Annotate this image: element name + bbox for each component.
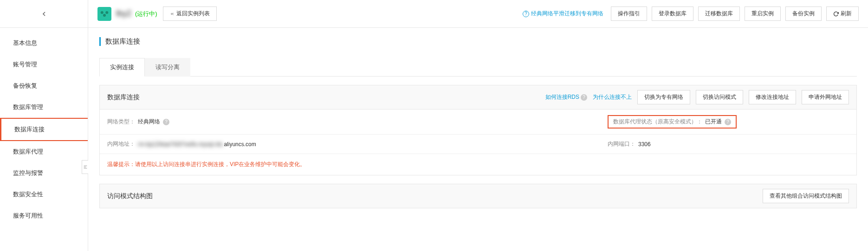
access-mode-title: 访问模式结构图: [107, 192, 153, 200]
how-to-connect-link[interactable]: 如何连接RDS ?: [545, 93, 587, 101]
guide-button[interactable]: 操作指引: [611, 6, 647, 21]
page-title: 数据库连接: [99, 37, 857, 46]
proxy-status-field: 数据库代理状态（原高安全模式）： 已开通 ?: [608, 115, 849, 129]
apply-public-button[interactable]: 申请外网地址: [802, 90, 849, 104]
sidebar-item-security[interactable]: 数据安全性: [0, 184, 88, 205]
intranet-addr-field: 内网地址： rm-bp12hkae7k0t7vw9s.mysql.rds.ali…: [107, 140, 608, 148]
sidebar-item-db-proxy[interactable]: 数据库代理: [0, 141, 88, 162]
access-mode-panel-header: 访问模式结构图 查看其他组合访问模式结构图: [100, 184, 856, 208]
switch-vpc-button[interactable]: 切换为专有网络: [637, 90, 690, 104]
switch-mode-button[interactable]: 切换访问模式: [696, 90, 743, 104]
back-arrow[interactable]: [0, 0, 88, 28]
refresh-button[interactable]: 刷新: [826, 6, 859, 21]
view-other-diagrams-button[interactable]: 查看其他组合访问模式结构图: [763, 189, 849, 203]
intranet-port-field: 内网端口： 3306: [608, 140, 849, 148]
modify-address-button[interactable]: 修改连接地址: [749, 90, 796, 104]
network-type-field: 网络类型： 经典网络 ?: [107, 115, 608, 129]
sidebar-item-monitoring[interactable]: 监控与报警: [0, 162, 88, 184]
sidebar-item-db-manage[interactable]: 数据库管理: [0, 97, 88, 118]
sidebar-item-account[interactable]: 账号管理: [0, 54, 88, 75]
intranet-addr-label: 内网地址：: [107, 140, 135, 148]
intranet-addr-row: 内网地址： rm-bp12hkae7k0t7vw9s.mysql.rds.ali…: [100, 135, 856, 154]
sidebar-item-db-connection[interactable]: 数据库连接: [0, 118, 88, 141]
main-content: lby2 (运行中) 返回实例列表 ? 经典网络平滑迁移到专有网络 操作指引 登…: [88, 0, 868, 251]
svg-point-5: [103, 14, 106, 17]
instance-status: (运行中): [135, 10, 157, 18]
instance-name: lby2: [116, 9, 131, 19]
warning-text: 温馨提示：请使用以上访问连接串进行实例连接，VIP在业务维护中可能会变化。: [100, 154, 856, 175]
access-mode-panel: 访问模式结构图 查看其他组合访问模式结构图: [99, 184, 857, 208]
intranet-addr-value: rm-bp12hkae7k0t7vw9s.mysql.rds.aliyuncs.…: [138, 141, 256, 148]
tabs: 实例连接 读写分离: [99, 58, 857, 77]
tab-readwrite-split[interactable]: 读写分离: [145, 58, 190, 77]
header-right: ? 经典网络平滑迁移到专有网络 操作指引 登录数据库 迁移数据库 重启实例 备份…: [523, 6, 859, 21]
migrate-network-link[interactable]: ? 经典网络平滑迁移到专有网络: [523, 10, 603, 18]
sidebar-item-availability[interactable]: 服务可用性: [0, 205, 88, 226]
collapse-sidebar-button[interactable]: [82, 160, 88, 174]
migrate-db-button[interactable]: 迁移数据库: [698, 6, 740, 21]
sidebar-item-backup[interactable]: 备份恢复: [0, 75, 88, 97]
access-mode-actions: 查看其他组合访问模式结构图: [763, 189, 849, 203]
login-db-button[interactable]: 登录数据库: [652, 6, 693, 21]
why-cant-connect-link[interactable]: 为什么连接不上: [593, 93, 632, 101]
connection-panel-body: 网络类型： 经典网络 ? 数据库代理状态（原高安全模式）： 已开通 ?: [100, 109, 856, 175]
proxy-status-value: 已开通: [705, 118, 722, 126]
sidebar: 基本信息 账号管理 备份恢复 数据库管理 数据库连接 数据库代理 监控与报警 数…: [0, 0, 88, 251]
connection-panel-header: 数据库连接 如何连接RDS ? 为什么连接不上 切换为专有网络 切换访问模式 修…: [100, 85, 856, 109]
help-icon[interactable]: ?: [725, 119, 731, 125]
svg-point-4: [105, 11, 108, 14]
instance-icon: [97, 7, 111, 21]
svg-point-3: [101, 11, 104, 14]
header-left: lby2 (运行中) 返回实例列表: [97, 6, 217, 21]
sidebar-item-basic-info[interactable]: 基本信息: [0, 32, 88, 54]
return-list-label: 返回实例列表: [176, 10, 210, 18]
connection-panel: 数据库连接 如何连接RDS ? 为什么连接不上 切换为专有网络 切换访问模式 修…: [99, 85, 857, 175]
help-icon[interactable]: ?: [163, 119, 169, 125]
tab-border: [99, 76, 857, 77]
connection-panel-actions: 如何连接RDS ? 为什么连接不上 切换为专有网络 切换访问模式 修改连接地址 …: [545, 90, 849, 104]
intranet-port-label: 内网端口：: [608, 140, 635, 148]
network-type-row: 网络类型： 经典网络 ? 数据库代理状态（原高安全模式）： 已开通 ?: [100, 109, 856, 135]
return-list-button[interactable]: 返回实例列表: [163, 6, 217, 21]
network-type-value: 经典网络: [138, 118, 160, 126]
intranet-port-value: 3306: [638, 141, 651, 148]
tab-instance-connection[interactable]: 实例连接: [99, 58, 145, 77]
proxy-status-label: 数据库代理状态（原高安全模式）：: [613, 118, 702, 126]
nav-list: 基本信息 账号管理 备份恢复 数据库管理 数据库连接 数据库代理 监控与报警 数…: [0, 28, 88, 226]
page-header: lby2 (运行中) 返回实例列表 ? 经典网络平滑迁移到专有网络 操作指引 登…: [88, 0, 868, 28]
connection-panel-title: 数据库连接: [107, 93, 140, 102]
help-icon: ?: [523, 11, 529, 17]
migrate-network-label: 经典网络平滑迁移到专有网络: [531, 10, 603, 18]
how-to-connect-label: 如何连接RDS: [545, 93, 579, 101]
network-type-label: 网络类型：: [107, 118, 135, 126]
help-icon: ?: [581, 94, 587, 101]
restart-button[interactable]: 重启实例: [745, 6, 781, 21]
refresh-label: 刷新: [841, 10, 852, 18]
backup-button[interactable]: 备份实例: [785, 6, 822, 21]
content-area: 数据库连接 实例连接 读写分离 数据库连接 如何连接RDS ? 为什么连接不上: [88, 28, 868, 226]
